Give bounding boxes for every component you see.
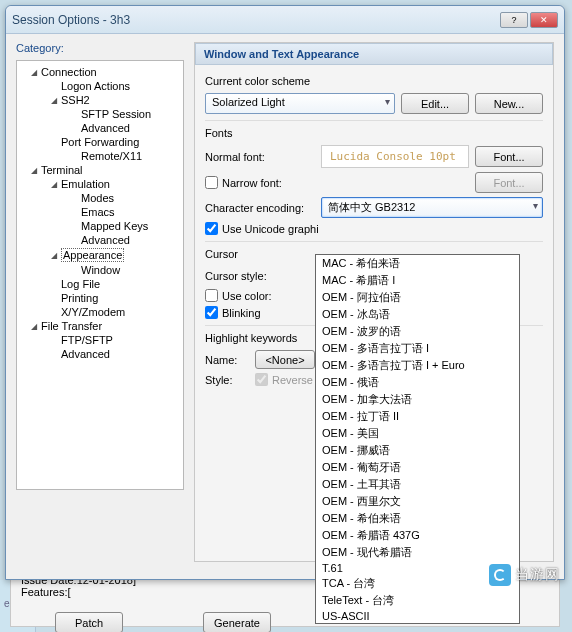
expander-icon[interactable]: ◢ bbox=[29, 165, 39, 175]
tree-item[interactable]: ◢File Transfer bbox=[17, 319, 183, 333]
tree-item[interactable]: Remote/X11 bbox=[17, 149, 183, 163]
tree-item-label: Modes bbox=[81, 192, 114, 204]
expander-icon[interactable] bbox=[69, 193, 79, 203]
tree-item[interactable]: Logon Actions bbox=[17, 79, 183, 93]
encoding-combo[interactable]: 简体中文 GB2312 bbox=[321, 197, 543, 218]
hl-name-button[interactable]: <None> bbox=[255, 350, 315, 369]
expander-icon[interactable]: ◢ bbox=[29, 321, 39, 331]
normal-font-button[interactable]: Font... bbox=[475, 146, 543, 167]
color-scheme-combo[interactable]: Solarized Light bbox=[205, 93, 395, 114]
tree-item[interactable]: ◢Emulation bbox=[17, 177, 183, 191]
dropdown-item[interactable]: OEM - 土耳其语 bbox=[316, 476, 519, 493]
dropdown-item[interactable]: MAC - 希伯来语 bbox=[316, 255, 519, 272]
tree-item-label: Connection bbox=[41, 66, 97, 78]
tree-item[interactable]: Printing bbox=[17, 291, 183, 305]
tree-item-label: Emacs bbox=[81, 206, 115, 218]
color-scheme-label: Current color scheme bbox=[205, 75, 543, 87]
narrow-font-label: Narrow font: bbox=[222, 177, 282, 189]
watermark: 当游网 bbox=[489, 564, 560, 586]
narrow-font-button[interactable]: Font... bbox=[475, 172, 543, 193]
expander-icon[interactable] bbox=[49, 81, 59, 91]
expander-icon[interactable]: ◢ bbox=[49, 250, 59, 260]
fonts-label: Fonts bbox=[205, 127, 543, 139]
expander-icon[interactable] bbox=[69, 221, 79, 231]
category-tree[interactable]: ◢ConnectionLogon Actions◢SSH2SFTP Sessio… bbox=[16, 60, 184, 490]
unicode-checkbox[interactable] bbox=[205, 222, 218, 235]
dropdown-item[interactable]: OEM - 葡萄牙语 bbox=[316, 459, 519, 476]
new-scheme-button[interactable]: New... bbox=[475, 93, 543, 114]
close-button[interactable]: ✕ bbox=[530, 12, 558, 28]
tree-item-label: Window bbox=[81, 264, 120, 276]
expander-icon[interactable] bbox=[69, 151, 79, 161]
expander-icon[interactable] bbox=[49, 137, 59, 147]
patch-button[interactable]: Patch bbox=[55, 612, 123, 632]
normal-font-sample: Lucida Console 10pt bbox=[321, 145, 469, 168]
tree-item[interactable]: Port Forwarding bbox=[17, 135, 183, 149]
dropdown-item[interactable]: OEM - 美国 bbox=[316, 425, 519, 442]
dropdown-item[interactable]: OEM - 现代希腊语 bbox=[316, 544, 519, 561]
expander-icon[interactable] bbox=[69, 207, 79, 217]
expander-icon[interactable]: ◢ bbox=[49, 95, 59, 105]
tree-item-label: Logon Actions bbox=[61, 80, 130, 92]
tree-item[interactable]: ◢Terminal bbox=[17, 163, 183, 177]
dropdown-item[interactable]: TeleText - 台湾 bbox=[316, 592, 519, 609]
expander-icon[interactable]: ◢ bbox=[29, 67, 39, 77]
dropdown-item[interactable]: OEM - 希伯来语 bbox=[316, 510, 519, 527]
dropdown-item[interactable]: OEM - 冰岛语 bbox=[316, 306, 519, 323]
panel-title: Window and Text Appearance bbox=[195, 43, 553, 65]
dropdown-item[interactable]: OEM - 挪威语 bbox=[316, 442, 519, 459]
expander-icon[interactable] bbox=[69, 235, 79, 245]
edit-scheme-button[interactable]: Edit... bbox=[401, 93, 469, 114]
tree-item-label: Advanced bbox=[81, 234, 130, 246]
dropdown-item[interactable]: OEM - 希腊语 437G bbox=[316, 527, 519, 544]
titlebar[interactable]: Session Options - 3h3 ? ✕ bbox=[6, 6, 564, 34]
expander-icon[interactable] bbox=[49, 349, 59, 359]
watermark-logo-icon bbox=[489, 564, 511, 586]
dropdown-item[interactable]: MAC - 希腊语 I bbox=[316, 272, 519, 289]
tree-item-label: File Transfer bbox=[41, 320, 102, 332]
dropdown-item[interactable]: OEM - 拉丁语 II bbox=[316, 408, 519, 425]
expander-icon[interactable] bbox=[69, 109, 79, 119]
dropdown-item[interactable]: OEM - 西里尔文 bbox=[316, 493, 519, 510]
narrow-font-checkbox[interactable] bbox=[205, 176, 218, 189]
tree-item[interactable]: X/Y/Zmodem bbox=[17, 305, 183, 319]
use-color-checkbox[interactable] bbox=[205, 289, 218, 302]
tree-item[interactable]: Advanced bbox=[17, 347, 183, 361]
tree-item[interactable]: SFTP Session bbox=[17, 107, 183, 121]
tree-item[interactable]: ◢Appearance bbox=[17, 247, 183, 263]
tree-item[interactable]: Log File bbox=[17, 277, 183, 291]
dropdown-item[interactable]: OEM - 阿拉伯语 bbox=[316, 289, 519, 306]
window-title: Session Options - 3h3 bbox=[12, 13, 130, 27]
tree-item[interactable]: ◢Connection bbox=[17, 65, 183, 79]
dropdown-item[interactable]: US-ASCII bbox=[316, 609, 519, 623]
tree-item[interactable]: ◢SSH2 bbox=[17, 93, 183, 107]
expander-icon[interactable]: ◢ bbox=[49, 179, 59, 189]
tree-item[interactable]: Mapped Keys bbox=[17, 219, 183, 233]
expander-icon[interactable] bbox=[49, 293, 59, 303]
tree-item[interactable]: FTP/SFTP bbox=[17, 333, 183, 347]
tree-item[interactable]: Advanced bbox=[17, 233, 183, 247]
expander-icon[interactable] bbox=[49, 307, 59, 317]
blinking-checkbox[interactable] bbox=[205, 306, 218, 319]
tree-item-label: Log File bbox=[61, 278, 100, 290]
tree-item-label: Printing bbox=[61, 292, 98, 304]
dropdown-item[interactable]: OEM - 俄语 bbox=[316, 374, 519, 391]
expander-icon[interactable] bbox=[49, 279, 59, 289]
tree-item-label: Mapped Keys bbox=[81, 220, 148, 232]
tree-item[interactable]: Window bbox=[17, 263, 183, 277]
dropdown-item[interactable]: UTF-7 bbox=[316, 623, 519, 624]
expander-icon[interactable] bbox=[69, 123, 79, 133]
tree-item[interactable]: Advanced bbox=[17, 121, 183, 135]
tree-item-label: Advanced bbox=[61, 348, 110, 360]
generate-button[interactable]: Generate bbox=[203, 612, 271, 632]
category-label: Category: bbox=[16, 42, 184, 54]
dropdown-item[interactable]: OEM - 多语言拉丁语 I + Euro bbox=[316, 357, 519, 374]
expander-icon[interactable] bbox=[69, 265, 79, 275]
tree-item[interactable]: Emacs bbox=[17, 205, 183, 219]
dropdown-item[interactable]: OEM - 加拿大法语 bbox=[316, 391, 519, 408]
dropdown-item[interactable]: OEM - 多语言拉丁语 I bbox=[316, 340, 519, 357]
dropdown-item[interactable]: OEM - 波罗的语 bbox=[316, 323, 519, 340]
expander-icon[interactable] bbox=[49, 335, 59, 345]
tree-item[interactable]: Modes bbox=[17, 191, 183, 205]
help-button[interactable]: ? bbox=[500, 12, 528, 28]
